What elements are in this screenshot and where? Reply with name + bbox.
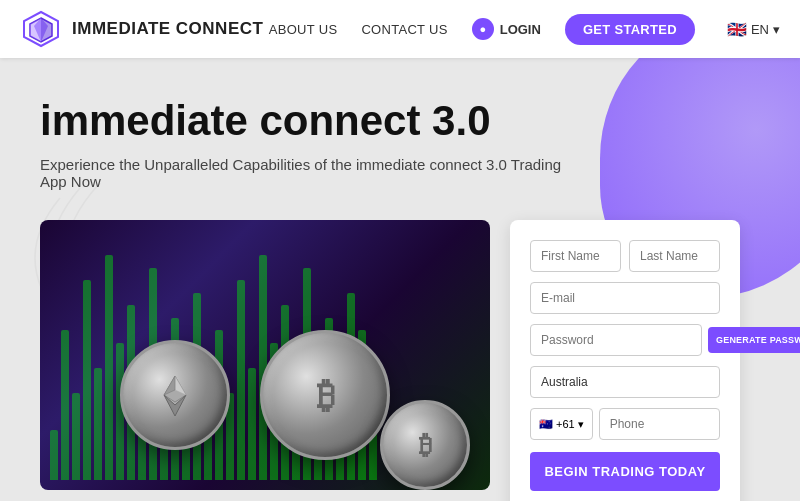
phone-input[interactable] xyxy=(599,408,720,440)
hero-subtitle: Experience the Unparalleled Capabilities… xyxy=(40,156,580,190)
signup-form: GENERATE PASSWORDS Australia 🇦🇺 +61 ▾ BE… xyxy=(510,220,740,501)
password-row: GENERATE PASSWORDS xyxy=(530,324,720,356)
begin-trading-button[interactable]: BEGIN TRADING TODAY xyxy=(530,452,720,491)
hero-title: immediate connect 3.0 xyxy=(40,98,760,144)
phone-row: 🇦🇺 +61 ▾ xyxy=(530,408,720,440)
hero-body: ₿ ₿ xyxy=(40,220,760,501)
get-started-button[interactable]: GET STARTED xyxy=(565,14,695,45)
person-icon: ● xyxy=(472,18,494,40)
phone-code-label: +61 xyxy=(556,418,575,430)
about-us-link[interactable]: ABOUT US xyxy=(269,22,338,37)
name-row xyxy=(530,240,720,272)
btc-coin-small: ₿ xyxy=(380,400,470,490)
crypto-image-inner: ₿ ₿ xyxy=(40,220,490,490)
chevron-down-icon: ▾ xyxy=(578,418,584,431)
first-name-input[interactable] xyxy=(530,240,621,272)
chevron-down-icon: ▾ xyxy=(773,22,780,37)
eth-coin xyxy=(120,340,230,450)
phone-code-button[interactable]: 🇦🇺 +61 ▾ xyxy=(530,408,593,440)
contact-us-link[interactable]: CONTACT US xyxy=(361,22,447,37)
login-button[interactable]: ● LOGIN xyxy=(472,18,541,40)
country-select[interactable]: Australia xyxy=(530,366,720,398)
country-row: Australia xyxy=(530,366,720,408)
language-selector[interactable]: 🇬🇧 EN ▾ xyxy=(727,20,780,39)
navbar: IMMEDIATE CONNECT ABOUT US CONTACT US ● … xyxy=(0,0,800,58)
logo-area: IMMEDIATE CONNECT xyxy=(20,8,269,50)
svg-text:₿: ₿ xyxy=(419,431,432,461)
logo-icon xyxy=(20,8,62,50)
flag-icon: 🇬🇧 xyxy=(727,20,747,39)
svg-text:₿: ₿ xyxy=(316,375,334,416)
password-input[interactable] xyxy=(530,324,702,356)
crypto-image: ₿ ₿ xyxy=(40,220,490,490)
nav-links: ABOUT US CONTACT US ● LOGIN GET STARTED … xyxy=(269,14,780,45)
lang-label: EN xyxy=(751,22,769,37)
generate-passwords-button[interactable]: GENERATE PASSWORDS xyxy=(708,327,800,353)
btc-coin-large: ₿ xyxy=(260,330,390,460)
last-name-input[interactable] xyxy=(629,240,720,272)
brand-name: IMMEDIATE CONNECT xyxy=(72,19,263,39)
phone-flag: 🇦🇺 xyxy=(539,418,553,431)
hero-section: immediate connect 3.0 Experience the Unp… xyxy=(0,58,800,501)
email-row xyxy=(530,282,720,314)
hero-content: immediate connect 3.0 Experience the Unp… xyxy=(0,58,800,501)
email-input[interactable] xyxy=(530,282,720,314)
